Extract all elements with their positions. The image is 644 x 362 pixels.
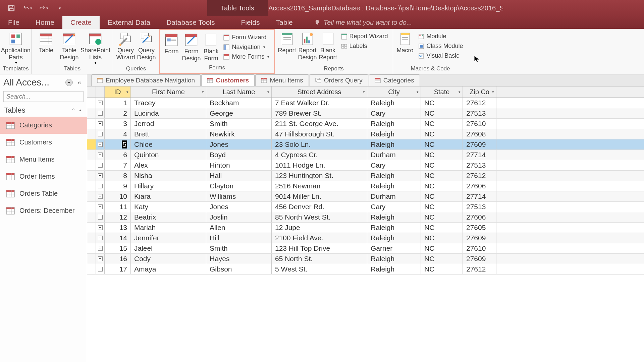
expand-cell[interactable]: + — [96, 233, 105, 243]
cell-street[interactable]: 5 West St. — [272, 264, 367, 274]
doc-tab-employee-database-navigation[interactable]: Employee Database Navigation — [91, 74, 201, 86]
row-selector[interactable] — [87, 212, 96, 222]
nav-filter-button[interactable]: ▾ — [65, 79, 73, 86]
cell-street[interactable]: 23 Solo Ln. — [272, 139, 367, 149]
row-selector[interactable] — [87, 150, 96, 160]
cell-first-name[interactable]: Mariah — [131, 223, 206, 233]
cell-last-name[interactable]: Hill — [206, 233, 272, 243]
expand-cell[interactable]: + — [96, 212, 105, 222]
column-dropdown-icon[interactable]: ▾ — [363, 90, 365, 94]
cell-state[interactable]: NC — [421, 108, 463, 118]
macro-button[interactable]: Macro — [396, 30, 415, 54]
plus-icon[interactable]: + — [98, 204, 103, 209]
table-row[interactable]: +15JaleelSmith123 Hill Top DriveGarnerNC… — [87, 243, 644, 254]
table-button[interactable]: Table — [34, 30, 58, 54]
plus-icon[interactable]: + — [98, 225, 103, 230]
column-header-first[interactable]: First Name▾ — [131, 86, 206, 98]
plus-icon[interactable]: + — [98, 101, 103, 105]
cell-city[interactable]: Durham — [367, 191, 421, 201]
plus-icon[interactable]: + — [98, 121, 103, 126]
cell-last-name[interactable]: Hayes — [206, 254, 272, 264]
expand-cell[interactable]: + — [96, 202, 105, 212]
cell-city[interactable]: Raleigh — [367, 119, 421, 129]
cell-first-name[interactable]: Beatrix — [131, 212, 206, 222]
select-all-cell[interactable] — [87, 86, 96, 98]
cell-zip[interactable]: 27612 — [463, 98, 496, 108]
cell-id[interactable]: 3 — [105, 119, 131, 129]
cell-last-name[interactable]: George — [206, 108, 272, 118]
row-selector[interactable] — [87, 223, 96, 233]
plus-icon[interactable]: + — [98, 163, 103, 168]
navigation-button[interactable]: Navigation▾ — [221, 43, 271, 51]
cell-street[interactable]: 123 Huntington St. — [272, 171, 367, 181]
cell-last-name[interactable]: Joslin — [206, 212, 272, 222]
cell-id[interactable]: 16 — [105, 254, 131, 264]
row-selector[interactable] — [87, 202, 96, 212]
column-dropdown-icon[interactable]: ▾ — [126, 90, 128, 94]
cell-zip[interactable]: 27612 — [463, 171, 496, 181]
plus-icon[interactable]: + — [98, 184, 103, 188]
nav-search-input[interactable] — [4, 93, 87, 100]
doc-tab-categories[interactable]: Categories — [369, 74, 420, 86]
nav-item-order-items[interactable]: Order Items — [0, 168, 87, 185]
cell-first-name[interactable]: Tracey — [131, 98, 206, 108]
table-row[interactable]: +17AmayaGibson5 West St.RaleighNC27612 — [87, 264, 644, 275]
table-row[interactable]: +5ChloeJones23 Solo Ln.RaleighNC27609 — [87, 139, 644, 150]
tab-home[interactable]: Home — [28, 16, 62, 29]
expand-cell[interactable]: + — [96, 150, 105, 160]
nav-collapse-button[interactable]: « — [75, 79, 84, 86]
cell-state[interactable]: NC — [421, 212, 463, 222]
cell-zip[interactable]: 27610 — [463, 119, 496, 129]
cell-first-name[interactable]: Jaleel — [131, 243, 206, 253]
cell-id[interactable]: 4 — [105, 129, 131, 139]
row-selector[interactable] — [87, 191, 96, 201]
cell-first-name[interactable]: Quinton — [131, 150, 206, 160]
cell-city[interactable]: Raleigh — [367, 129, 421, 139]
expand-cell[interactable]: + — [96, 119, 105, 129]
table-row[interactable]: +6QuintonBoyd4 Cypress Cr.DurhamNC27714 — [87, 150, 644, 160]
cell-id[interactable]: 7 — [105, 160, 131, 170]
cell-first-name[interactable]: Lucinda — [131, 108, 206, 118]
cell-id[interactable]: 2 — [105, 108, 131, 118]
cell-first-name[interactable]: Kiara — [131, 191, 206, 201]
cell-city[interactable]: Raleigh — [367, 212, 421, 222]
cell-id[interactable]: 1 — [105, 98, 131, 108]
cell-street[interactable]: 4 Cypress Cr. — [272, 150, 367, 160]
cell-last-name[interactable]: Boyd — [206, 150, 272, 160]
expand-cell[interactable]: + — [96, 108, 105, 118]
cell-city[interactable]: Raleigh — [367, 264, 421, 274]
column-dropdown-icon[interactable]: ▾ — [492, 90, 494, 94]
table-row[interactable]: +3JerrodSmith211 St. George Ave.RaleighN… — [87, 119, 644, 129]
cell-first-name[interactable]: Jerrod — [131, 119, 206, 129]
row-selector[interactable] — [87, 233, 96, 243]
expand-cell[interactable]: + — [96, 98, 105, 108]
table-row[interactable]: +13MariahAllen12 JupeRaleighNC27605 — [87, 223, 644, 233]
nav-item-menu-items[interactable]: Menu Items — [0, 151, 87, 168]
cell-id[interactable]: 5 — [105, 139, 131, 149]
cell-street[interactable]: 47 Hillsborough St. — [272, 129, 367, 139]
nav-section-tables[interactable]: Tables ⌃ ▴ — [0, 104, 87, 117]
plus-icon[interactable]: + — [98, 236, 103, 240]
column-header-state[interactable]: State▾ — [421, 86, 463, 98]
cell-first-name[interactable]: Jennifer — [131, 233, 206, 243]
tab-fields[interactable]: Fields — [233, 16, 268, 29]
table-row[interactable]: +8NishaHall123 Huntington St.RaleighNC27… — [87, 171, 644, 181]
cell-first-name[interactable]: Cody — [131, 254, 206, 264]
form-button[interactable]: Form — [163, 31, 180, 55]
cell-id[interactable]: 17 — [105, 264, 131, 274]
cell-state[interactable]: NC — [421, 181, 463, 191]
row-selector[interactable] — [87, 243, 96, 253]
cell-zip[interactable]: 27513 — [463, 202, 496, 212]
table-row[interactable]: +2LucindaGeorge789 Brewer St.CaryNC27513 — [87, 108, 644, 119]
report-wizard-button[interactable]: Report Wizard — [339, 32, 390, 41]
cell-street[interactable]: 65 North St. — [272, 254, 367, 264]
cell-street[interactable]: 2100 Field Ave. — [272, 233, 367, 243]
cell-id[interactable]: 15 — [105, 243, 131, 253]
plus-icon[interactable]: + — [98, 142, 103, 147]
doc-tab-menu-items[interactable]: Menu Items — [255, 74, 309, 86]
cell-zip[interactable]: 27612 — [463, 264, 496, 274]
cell-last-name[interactable]: Newkirk — [206, 129, 272, 139]
cell-zip[interactable]: 27610 — [463, 243, 496, 253]
cell-state[interactable]: NC — [421, 171, 463, 181]
cell-last-name[interactable]: Smith — [206, 119, 272, 129]
